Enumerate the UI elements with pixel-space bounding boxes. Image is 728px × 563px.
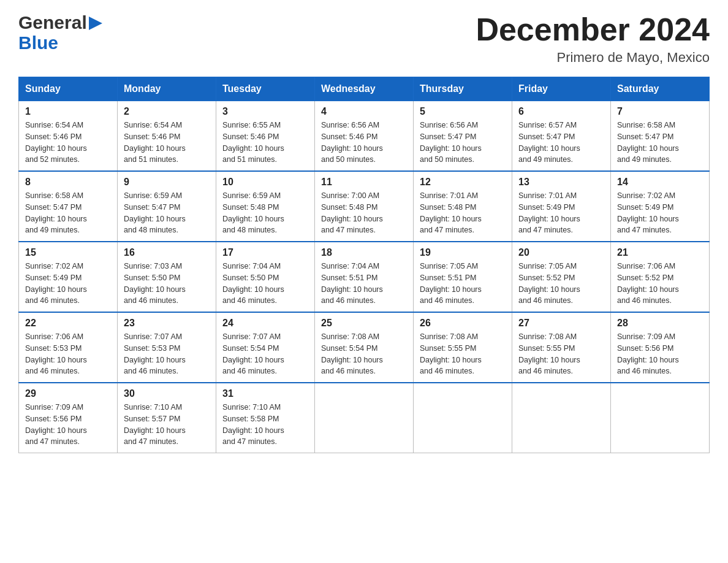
- calendar-cell: 27Sunrise: 7:08 AMSunset: 5:55 PMDayligh…: [512, 312, 611, 383]
- day-number: 15: [25, 247, 111, 258]
- logo-general: General: [18, 12, 87, 33]
- day-info: Sunrise: 7:04 AMSunset: 5:51 PMDaylight:…: [321, 261, 407, 307]
- day-number: 12: [420, 177, 506, 188]
- svg-marker-0: [89, 17, 102, 30]
- day-info: Sunrise: 7:10 AMSunset: 5:57 PMDaylight:…: [124, 402, 210, 448]
- calendar-cell: [512, 383, 611, 453]
- day-number: 19: [420, 247, 506, 258]
- calendar-cell: 18Sunrise: 7:04 AMSunset: 5:51 PMDayligh…: [315, 242, 414, 312]
- day-info: Sunrise: 7:05 AMSunset: 5:52 PMDaylight:…: [518, 261, 604, 307]
- calendar-cell: 23Sunrise: 7:07 AMSunset: 5:53 PMDayligh…: [118, 312, 216, 383]
- day-number: 25: [321, 318, 407, 329]
- calendar-cell: 5Sunrise: 6:56 AMSunset: 5:47 PMDaylight…: [414, 101, 512, 172]
- day-number: 7: [617, 106, 703, 117]
- calendar-cell: 24Sunrise: 7:07 AMSunset: 5:54 PMDayligh…: [216, 312, 315, 383]
- calendar-cell: 31Sunrise: 7:10 AMSunset: 5:58 PMDayligh…: [216, 383, 315, 453]
- calendar-week-row: 1Sunrise: 6:54 AMSunset: 5:46 PMDaylight…: [19, 101, 710, 172]
- day-header-sunday: Sunday: [19, 77, 118, 101]
- calendar-cell: 4Sunrise: 6:56 AMSunset: 5:46 PMDaylight…: [315, 101, 414, 172]
- day-number: 13: [518, 177, 604, 188]
- calendar-cell: 26Sunrise: 7:08 AMSunset: 5:55 PMDayligh…: [414, 312, 512, 383]
- logo-blue: Blue: [18, 33, 58, 53]
- day-number: 22: [25, 318, 111, 329]
- day-info: Sunrise: 7:01 AMSunset: 5:48 PMDaylight:…: [420, 190, 506, 236]
- day-info: Sunrise: 7:07 AMSunset: 5:53 PMDaylight:…: [124, 331, 210, 377]
- day-info: Sunrise: 7:02 AMSunset: 5:49 PMDaylight:…: [25, 261, 111, 307]
- logo-arrow-icon: [89, 17, 102, 30]
- calendar-week-row: 29Sunrise: 7:09 AMSunset: 5:56 PMDayligh…: [19, 383, 710, 453]
- day-number: 18: [321, 247, 407, 258]
- day-number: 28: [617, 318, 703, 329]
- calendar-cell: [414, 383, 512, 453]
- calendar-cell: 15Sunrise: 7:02 AMSunset: 5:49 PMDayligh…: [19, 242, 118, 312]
- day-info: Sunrise: 6:59 AMSunset: 5:47 PMDaylight:…: [124, 190, 210, 236]
- day-number: 4: [321, 106, 407, 117]
- location-title: Primero de Mayo, Mexico: [476, 50, 710, 66]
- day-number: 31: [222, 388, 308, 399]
- calendar-cell: 17Sunrise: 7:04 AMSunset: 5:50 PMDayligh…: [216, 242, 315, 312]
- day-number: 30: [124, 388, 210, 399]
- day-info: Sunrise: 7:03 AMSunset: 5:50 PMDaylight:…: [124, 261, 210, 307]
- day-info: Sunrise: 6:58 AMSunset: 5:47 PMDaylight:…: [617, 120, 703, 166]
- day-number: 26: [420, 318, 506, 329]
- day-info: Sunrise: 7:06 AMSunset: 5:52 PMDaylight:…: [617, 261, 703, 307]
- calendar-cell: 2Sunrise: 6:54 AMSunset: 5:46 PMDaylight…: [118, 101, 216, 172]
- day-number: 14: [617, 177, 703, 188]
- day-info: Sunrise: 7:00 AMSunset: 5:48 PMDaylight:…: [321, 190, 407, 236]
- title-section: December 2024 Primero de Mayo, Mexico: [476, 12, 710, 66]
- day-info: Sunrise: 7:08 AMSunset: 5:54 PMDaylight:…: [321, 331, 407, 377]
- calendar-cell: 11Sunrise: 7:00 AMSunset: 5:48 PMDayligh…: [315, 171, 414, 242]
- month-title: December 2024: [476, 12, 710, 47]
- day-number: 27: [518, 318, 604, 329]
- calendar-header-row: SundayMondayTuesdayWednesdayThursdayFrid…: [19, 77, 710, 101]
- calendar-cell: 13Sunrise: 7:01 AMSunset: 5:49 PMDayligh…: [512, 171, 611, 242]
- calendar-cell: 8Sunrise: 6:58 AMSunset: 5:47 PMDaylight…: [19, 171, 118, 242]
- page-header: General Blue December 2024 Primero de Ma…: [18, 12, 710, 66]
- calendar-cell: 9Sunrise: 6:59 AMSunset: 5:47 PMDaylight…: [118, 171, 216, 242]
- day-number: 9: [124, 177, 210, 188]
- calendar-cell: 19Sunrise: 7:05 AMSunset: 5:51 PMDayligh…: [414, 242, 512, 312]
- calendar-cell: 12Sunrise: 7:01 AMSunset: 5:48 PMDayligh…: [414, 171, 512, 242]
- day-info: Sunrise: 7:02 AMSunset: 5:49 PMDaylight:…: [617, 190, 703, 236]
- day-header-friday: Friday: [512, 77, 611, 101]
- day-info: Sunrise: 6:57 AMSunset: 5:47 PMDaylight:…: [518, 120, 604, 166]
- day-number: 21: [617, 247, 703, 258]
- calendar-cell: 28Sunrise: 7:09 AMSunset: 5:56 PMDayligh…: [611, 312, 710, 383]
- day-info: Sunrise: 7:09 AMSunset: 5:56 PMDaylight:…: [25, 402, 111, 448]
- calendar-cell: 30Sunrise: 7:10 AMSunset: 5:57 PMDayligh…: [118, 383, 216, 453]
- day-info: Sunrise: 6:59 AMSunset: 5:48 PMDaylight:…: [222, 190, 308, 236]
- calendar-cell: 10Sunrise: 6:59 AMSunset: 5:48 PMDayligh…: [216, 171, 315, 242]
- calendar-week-row: 22Sunrise: 7:06 AMSunset: 5:53 PMDayligh…: [19, 312, 710, 383]
- day-number: 6: [518, 106, 604, 117]
- day-info: Sunrise: 7:10 AMSunset: 5:58 PMDaylight:…: [222, 402, 308, 448]
- calendar-cell: [315, 383, 414, 453]
- calendar-cell: 7Sunrise: 6:58 AMSunset: 5:47 PMDaylight…: [611, 101, 710, 172]
- calendar-table: SundayMondayTuesdayWednesdayThursdayFrid…: [18, 77, 710, 453]
- day-number: 3: [222, 106, 308, 117]
- day-info: Sunrise: 6:54 AMSunset: 5:46 PMDaylight:…: [124, 120, 210, 166]
- day-number: 20: [518, 247, 604, 258]
- day-info: Sunrise: 7:06 AMSunset: 5:53 PMDaylight:…: [25, 331, 111, 377]
- calendar-cell: [611, 383, 710, 453]
- calendar-cell: 21Sunrise: 7:06 AMSunset: 5:52 PMDayligh…: [611, 242, 710, 312]
- day-number: 2: [124, 106, 210, 117]
- calendar-cell: 29Sunrise: 7:09 AMSunset: 5:56 PMDayligh…: [19, 383, 118, 453]
- day-header-tuesday: Tuesday: [216, 77, 315, 101]
- day-info: Sunrise: 6:58 AMSunset: 5:47 PMDaylight:…: [25, 190, 111, 236]
- calendar-cell: 25Sunrise: 7:08 AMSunset: 5:54 PMDayligh…: [315, 312, 414, 383]
- calendar-cell: 3Sunrise: 6:55 AMSunset: 5:46 PMDaylight…: [216, 101, 315, 172]
- calendar-cell: 22Sunrise: 7:06 AMSunset: 5:53 PMDayligh…: [19, 312, 118, 383]
- day-number: 16: [124, 247, 210, 258]
- day-header-saturday: Saturday: [611, 77, 710, 101]
- day-number: 17: [222, 247, 308, 258]
- calendar-week-row: 8Sunrise: 6:58 AMSunset: 5:47 PMDaylight…: [19, 171, 710, 242]
- calendar-cell: 20Sunrise: 7:05 AMSunset: 5:52 PMDayligh…: [512, 242, 611, 312]
- day-info: Sunrise: 7:04 AMSunset: 5:50 PMDaylight:…: [222, 261, 308, 307]
- day-info: Sunrise: 7:08 AMSunset: 5:55 PMDaylight:…: [518, 331, 604, 377]
- day-number: 29: [25, 388, 111, 399]
- day-info: Sunrise: 7:01 AMSunset: 5:49 PMDaylight:…: [518, 190, 604, 236]
- day-header-thursday: Thursday: [414, 77, 512, 101]
- day-info: Sunrise: 7:07 AMSunset: 5:54 PMDaylight:…: [222, 331, 308, 377]
- calendar-cell: 16Sunrise: 7:03 AMSunset: 5:50 PMDayligh…: [118, 242, 216, 312]
- day-info: Sunrise: 6:55 AMSunset: 5:46 PMDaylight:…: [222, 120, 308, 166]
